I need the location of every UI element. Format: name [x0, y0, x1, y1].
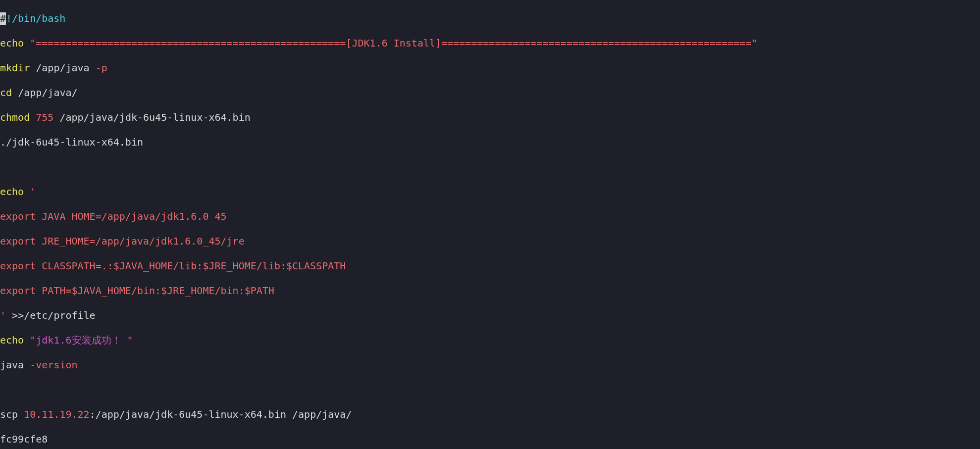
blank-line — [0, 384, 980, 396]
redirect-op: >> — [6, 309, 24, 321]
cmd-cd: cd — [0, 87, 12, 99]
path-text: /etc/profile — [24, 309, 96, 321]
cmd-java: java — [0, 359, 30, 371]
mode-number: 755 — [30, 111, 53, 123]
code-line: echo "jdk1.6安装成功！ " — [0, 334, 980, 347]
code-line: ./jdk-6u45-linux-x64.bin — [0, 136, 980, 149]
code-line: chmod 755 /app/java/jdk-6u45-linux-x64.b… — [0, 111, 980, 124]
string-literal: export CLASSPATH=.:$JAVA_HOME/lib:$JRE_H… — [0, 260, 346, 272]
string-literal: export JRE_HOME=/app/java/jdk1.6.0_45/jr… — [0, 235, 245, 247]
code-line: cd /app/java/ — [0, 87, 980, 99]
flag-p: -p — [96, 62, 107, 74]
quote-open: " — [24, 334, 36, 346]
path-text: /app/java/jdk-6u45-linux-x64.bin — [53, 111, 250, 123]
cmd-echo: echo — [0, 334, 24, 346]
cmd-scp: scp — [0, 408, 18, 420]
code-line: echo ' — [0, 186, 980, 198]
heredoc-line: export PATH=$JAVA_HOME/bin:$JRE_HOME/bin… — [0, 285, 980, 297]
quote-close: " — [121, 334, 133, 346]
blank-line — [0, 161, 980, 173]
path-text: :/app/java/jdk-6u45-linux-x64.bin /app/j… — [90, 408, 352, 420]
code-line: java -version — [0, 359, 980, 371]
terminal-viewport[interactable]: #!/bin/bash echo "======================… — [0, 0, 980, 449]
code-line: scp 10.11.19.22:/app/java/jdk-6u45-linux… — [0, 408, 980, 421]
cmd-echo: echo — [0, 186, 24, 198]
string-literal: "=======================================… — [24, 37, 757, 49]
string-literal-cn: jdk1.6安装成功！ — [36, 334, 121, 346]
shebang-text: !/bin/bash — [6, 12, 65, 24]
heredoc-line: export JRE_HOME=/app/java/jdk1.6.0_45/jr… — [0, 235, 980, 248]
quote-close: ' — [0, 309, 6, 321]
cmd-echo: echo — [0, 37, 24, 49]
code-line: echo "==================================… — [0, 37, 980, 50]
code-line: mkdir /app/java -p — [0, 62, 980, 74]
code-line: ' >>/etc/profile — [0, 309, 980, 322]
cmd-chmod: chmod — [0, 111, 30, 123]
quote-open: ' — [24, 186, 36, 198]
code-line: fc99cfe8 — [0, 433, 980, 446]
string-literal: export PATH=$JAVA_HOME/bin:$JRE_HOME/bin… — [0, 285, 274, 297]
cursor-block: # — [0, 12, 6, 25]
heredoc-line: export CLASSPATH=.:$JAVA_HOME/lib:$JRE_H… — [0, 260, 980, 272]
path-text: /app/java — [30, 62, 95, 74]
string-literal: export JAVA_HOME=/app/java/jdk1.6.0_45 — [0, 210, 227, 222]
run-binary: ./jdk-6u45-linux-x64.bin — [0, 136, 143, 148]
code-line: #!/bin/bash — [0, 12, 980, 25]
hash-text: fc99cfe8 — [0, 433, 48, 445]
flag-version: -version — [30, 359, 77, 371]
cmd-mkdir: mkdir — [0, 62, 30, 74]
heredoc-line: export JAVA_HOME=/app/java/jdk1.6.0_45 — [0, 210, 980, 223]
path-text: /app/java/ — [12, 87, 77, 99]
ip-address: 10.11.19.22 — [18, 408, 90, 420]
